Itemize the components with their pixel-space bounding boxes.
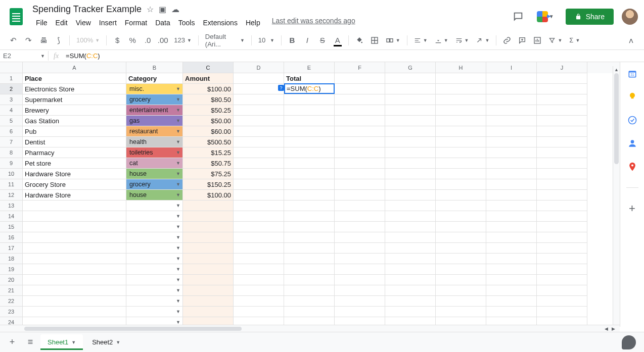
cell[interactable] <box>284 94 335 105</box>
cell[interactable]: entertainment▼ <box>126 105 183 116</box>
cell[interactable] <box>537 285 587 296</box>
formula-help-icon[interactable]: ? <box>278 85 284 91</box>
row-header-11[interactable]: 11 <box>0 179 23 190</box>
cell[interactable] <box>335 254 385 264</box>
cell[interactable] <box>335 232 385 243</box>
scroll-thumb[interactable] <box>614 73 619 164</box>
cell[interactable] <box>537 200 587 211</box>
cell[interactable] <box>335 307 385 317</box>
cell[interactable] <box>335 179 385 190</box>
cell[interactable] <box>537 232 587 243</box>
cell[interactable]: ▼ <box>126 211 183 222</box>
cell[interactable] <box>335 158 385 169</box>
cell[interactable]: ▼ <box>126 222 183 232</box>
doc-title[interactable]: Spending Tracker Example <box>32 4 142 15</box>
cell[interactable]: ▼ <box>126 232 183 243</box>
cell[interactable] <box>183 211 234 222</box>
cell[interactable] <box>234 105 284 116</box>
cell[interactable] <box>335 296 385 307</box>
cell[interactable] <box>23 200 126 211</box>
cell[interactable]: Pub <box>23 126 126 137</box>
cell[interactable] <box>234 222 284 232</box>
cell[interactable] <box>537 243 587 254</box>
cell[interactable]: misc.▼ <box>126 84 183 94</box>
row-header-23[interactable]: 23 <box>0 307 23 317</box>
cell[interactable] <box>234 254 284 264</box>
tasks-icon[interactable] <box>627 115 638 126</box>
cell[interactable] <box>436 137 486 147</box>
decrease-decimal-button[interactable]: .0 <box>141 33 155 47</box>
cell[interactable] <box>234 169 284 179</box>
cell[interactable] <box>486 116 537 126</box>
filter-button[interactable]: ▼ <box>545 35 565 46</box>
cell[interactable] <box>335 222 385 232</box>
collapse-toolbar-button[interactable]: ʌ <box>624 33 638 47</box>
cell[interactable] <box>436 190 486 200</box>
cell[interactable] <box>385 222 436 232</box>
chevron-down-icon[interactable]: ▼ <box>116 340 120 345</box>
cell[interactable] <box>234 264 284 275</box>
get-addons-button[interactable]: + <box>627 203 638 214</box>
cell[interactable]: restaurant▼ <box>126 126 183 137</box>
cell[interactable] <box>335 84 385 94</box>
cell[interactable] <box>537 126 587 137</box>
cell[interactable]: Brewery <box>23 105 126 116</box>
cell[interactable] <box>385 211 436 222</box>
menu-format[interactable]: Format <box>121 17 151 29</box>
row-header-17[interactable]: 17 <box>0 243 23 254</box>
cell[interactable]: $150.25 <box>183 179 234 190</box>
cell[interactable] <box>183 254 234 264</box>
cell[interactable] <box>486 275 537 285</box>
row-header-1[interactable]: 1 <box>0 73 23 84</box>
share-button[interactable]: Share <box>566 9 614 25</box>
cell[interactable] <box>537 296 587 307</box>
cell[interactable] <box>537 307 587 317</box>
cell[interactable] <box>385 264 436 275</box>
text-color-button[interactable]: A <box>331 33 345 47</box>
cell[interactable] <box>335 126 385 137</box>
cell[interactable] <box>23 264 126 275</box>
cell[interactable] <box>284 190 335 200</box>
cell[interactable]: grocery▼ <box>126 179 183 190</box>
cell[interactable] <box>486 158 537 169</box>
currency-button[interactable]: $ <box>110 33 124 47</box>
cell[interactable] <box>234 158 284 169</box>
strikethrough-button[interactable]: S <box>315 33 330 47</box>
cell[interactable] <box>335 285 385 296</box>
menu-tools[interactable]: Tools <box>175 17 199 29</box>
col-header-J[interactable]: J <box>537 62 587 73</box>
cell[interactable] <box>183 264 234 275</box>
menu-view[interactable]: View <box>72 17 95 29</box>
cell[interactable] <box>234 211 284 222</box>
cell[interactable] <box>23 275 126 285</box>
chevron-down-icon[interactable]: ▼ <box>176 223 180 231</box>
cell[interactable] <box>234 190 284 200</box>
cell[interactable] <box>436 211 486 222</box>
row-header-13[interactable]: 13 <box>0 200 23 211</box>
row-header-22[interactable]: 22 <box>0 296 23 307</box>
cell[interactable] <box>335 275 385 285</box>
cell[interactable] <box>436 73 486 84</box>
cell[interactable]: Supermarket <box>23 94 126 105</box>
cell[interactable] <box>183 243 234 254</box>
menu-file[interactable]: File <box>32 17 51 29</box>
cell[interactable] <box>385 126 436 137</box>
chevron-down-icon[interactable]: ▼ <box>176 106 180 115</box>
row-header-2[interactable]: 2 <box>0 84 23 94</box>
chevron-down-icon[interactable]: ▼ <box>176 127 180 136</box>
cell[interactable] <box>23 254 126 264</box>
maps-icon[interactable] <box>627 161 638 172</box>
row-header-6[interactable]: 6 <box>0 126 23 137</box>
cell[interactable] <box>183 200 234 211</box>
cell[interactable]: $60.00 <box>183 126 234 137</box>
chevron-down-icon[interactable]: ▼ <box>176 286 180 295</box>
cell[interactable] <box>537 137 587 147</box>
cell[interactable] <box>537 94 587 105</box>
cell[interactable]: ▼ <box>126 285 183 296</box>
row-header-5[interactable]: 5 <box>0 116 23 126</box>
scroll-up-icon[interactable]: ▲ <box>613 66 620 73</box>
cell[interactable] <box>486 243 537 254</box>
cell[interactable] <box>436 105 486 116</box>
cell[interactable] <box>335 243 385 254</box>
cell[interactable] <box>436 285 486 296</box>
